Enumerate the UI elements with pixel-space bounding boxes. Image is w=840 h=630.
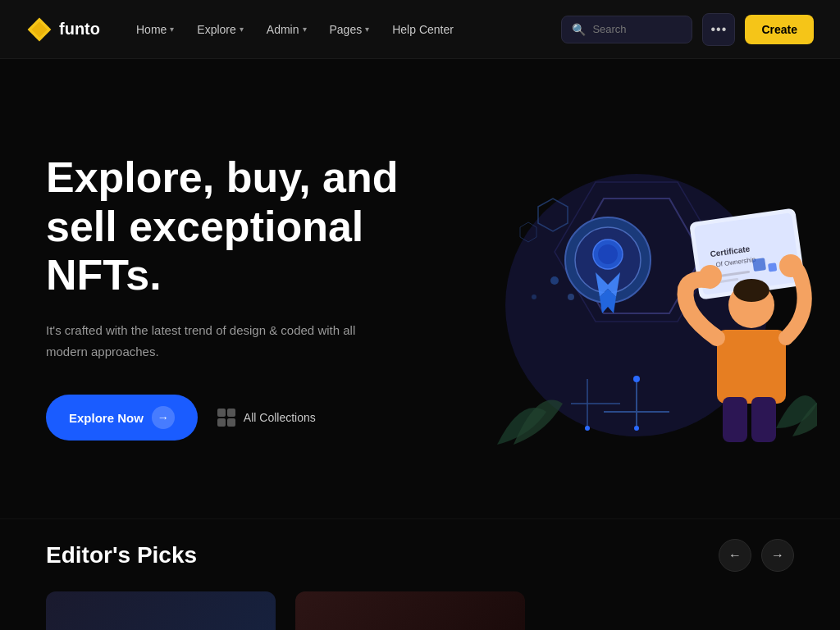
logo-icon: [26, 16, 52, 43]
arrow-right-icon: →: [152, 406, 175, 429]
search-icon: 🔍: [572, 23, 586, 36]
logo[interactable]: funto: [26, 16, 100, 43]
svg-point-27: [699, 265, 722, 288]
hero-buttons: Explore Now → All Collections: [46, 395, 456, 441]
carousel-nav-arrows: ← →: [719, 539, 794, 572]
svg-rect-23: [768, 262, 777, 272]
search-bar[interactable]: 🔍: [561, 16, 692, 43]
nav-home[interactable]: Home ▾: [126, 16, 184, 43]
svg-rect-29: [723, 397, 747, 442]
chevron-down-icon: ▾: [240, 25, 244, 34]
create-button[interactable]: Create: [745, 15, 814, 44]
hero-title: Explore, buy, and sell exceptional NFTs.: [46, 153, 407, 300]
next-arrow-button[interactable]: →: [761, 539, 794, 572]
editor-picks-title: Editor's Picks: [46, 542, 197, 568]
arrow-right-icon: →: [771, 548, 784, 563]
svg-point-9: [633, 376, 640, 382]
svg-point-35: [568, 294, 574, 300]
nav-links: Home ▾ Explore ▾ Admin ▾ Pages ▾ Help Ce…: [126, 16, 535, 43]
explore-now-button[interactable]: Explore Now →: [46, 395, 198, 441]
more-options-button[interactable]: •••: [702, 13, 735, 46]
editor-picks-header: Editor's Picks ← →: [46, 539, 794, 572]
svg-point-33: [550, 276, 559, 285]
nav-admin[interactable]: Admin ▾: [257, 16, 317, 43]
all-collections-button[interactable]: All Collections: [217, 409, 316, 427]
cards-preview: [46, 591, 794, 630]
svg-rect-22: [752, 258, 766, 272]
svg-rect-30: [751, 397, 776, 442]
explore-now-label: Explore Now: [69, 411, 144, 425]
nav-help-center[interactable]: Help Center: [382, 16, 463, 43]
hero-subtitle: It's crafted with the latest trend of de…: [46, 320, 358, 362]
chevron-down-icon: ▾: [303, 25, 307, 34]
all-collections-label: All Collections: [244, 411, 316, 424]
svg-point-15: [598, 244, 618, 264]
hero-illustration: Certificate Of Ownership: [456, 125, 817, 469]
grid-icon: [217, 409, 235, 427]
navbar: funto Home ▾ Explore ▾ Admin ▾ Pages ▾ H…: [0, 0, 840, 59]
prev-arrow-button[interactable]: ←: [719, 539, 751, 572]
svg-point-28: [779, 254, 802, 277]
arrow-left-icon: ←: [728, 548, 742, 563]
editor-picks-section: Editor's Picks ← →: [0, 518, 840, 630]
brand-name: funto: [59, 20, 100, 39]
nav-right: 🔍 ••• Create: [561, 13, 814, 46]
hero-section: Explore, buy, and sell exceptional NFTs.…: [0, 59, 840, 518]
svg-rect-26: [717, 330, 786, 404]
nav-explore[interactable]: Explore ▾: [187, 16, 253, 43]
search-input[interactable]: [592, 23, 682, 35]
hero-content: Explore, buy, and sell exceptional NFTs.…: [46, 153, 456, 441]
nft-card-2[interactable]: [295, 591, 525, 630]
nft-card-1[interactable]: [46, 591, 276, 630]
svg-point-10: [585, 426, 590, 431]
svg-point-25: [733, 279, 769, 302]
dots-icon: •••: [711, 22, 728, 37]
chevron-down-icon: ▾: [365, 25, 369, 34]
nav-pages[interactable]: Pages ▾: [320, 16, 380, 43]
svg-point-34: [532, 294, 536, 299]
svg-point-11: [634, 426, 639, 431]
chevron-down-icon: ▾: [170, 25, 174, 34]
